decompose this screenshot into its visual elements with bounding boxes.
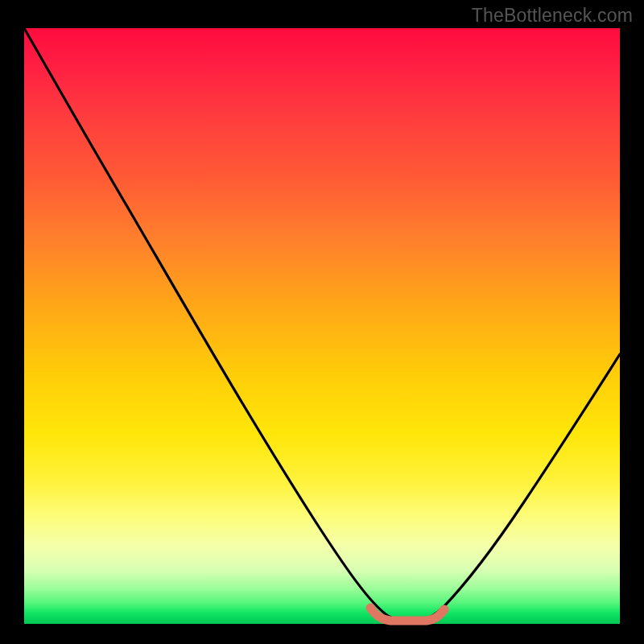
plot-area bbox=[24, 28, 620, 624]
curve-layer bbox=[24, 28, 620, 624]
plot-frame bbox=[24, 28, 620, 624]
watermark-text: TheBottleneck.com bbox=[472, 5, 633, 27]
v-curve-path bbox=[24, 28, 620, 621]
chart-stage: TheBottleneck.com bbox=[0, 0, 644, 644]
